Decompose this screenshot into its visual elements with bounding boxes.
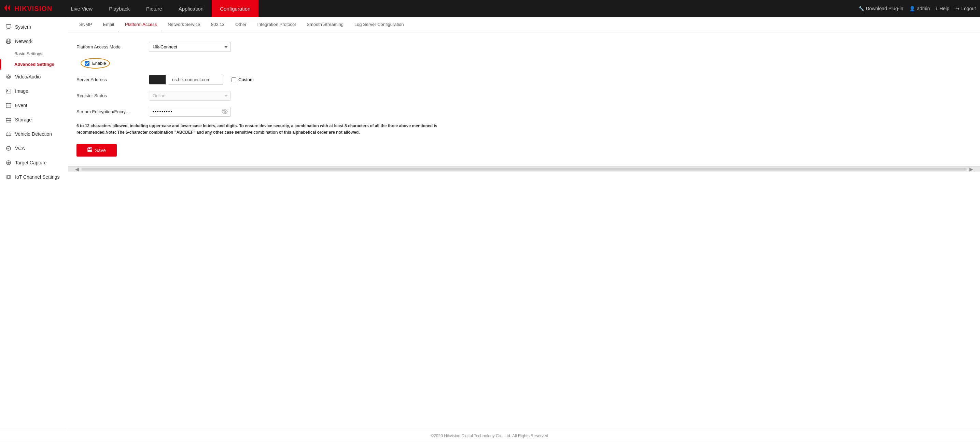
server-address-prefix — [149, 75, 166, 85]
nav-application[interactable]: Application — [170, 0, 212, 17]
svg-rect-10 — [6, 89, 11, 93]
sidebar-label-vehicle-detection: Vehicle Detection — [15, 131, 52, 137]
tab-email[interactable]: Email — [98, 17, 120, 32]
network-icon — [5, 38, 12, 44]
admin-button[interactable]: 👤 admin — [909, 6, 930, 11]
tab-platform-access[interactable]: Platform Access — [119, 17, 162, 32]
svg-point-19 — [10, 121, 10, 122]
sidebar-item-network[interactable]: Network — [0, 34, 68, 48]
target-capture-icon — [5, 160, 12, 166]
server-address-wrap: us.hik-connect.com — [149, 75, 223, 85]
stream-encryption-label: Stream Encryption/Encry… — [76, 109, 145, 114]
sidebar-item-advanced-settings[interactable]: Advanced Settings — [0, 59, 68, 70]
content-area: SNMP Email Platform Access Network Servi… — [68, 17, 980, 430]
svg-point-11 — [7, 90, 8, 91]
sidebar-label-system: System — [15, 24, 31, 30]
svg-rect-33 — [88, 150, 92, 151]
stream-encryption-wrap — [149, 107, 231, 117]
platform-access-form: Platform Access Mode Hik-Connect Other E… — [68, 32, 980, 166]
nav-configuration[interactable]: Configuration — [212, 0, 258, 17]
nav-right: 🔧 Download Plug-in 👤 admin ℹ Help ↪ Logo… — [858, 6, 976, 11]
copyright-text: ©2020 Hikvision Digital Technology Co., … — [431, 434, 549, 438]
tab-smooth-streaming[interactable]: Smooth Streaming — [301, 17, 349, 32]
sidebar-item-video-audio[interactable]: Video/Audio — [0, 70, 68, 84]
video-audio-icon — [5, 74, 12, 80]
download-plugin-button[interactable]: 🔧 Download Plug-in — [858, 6, 904, 11]
vehicle-detection-icon — [5, 131, 12, 137]
stream-encryption-input[interactable] — [149, 107, 219, 116]
custom-checkbox[interactable] — [232, 78, 236, 82]
info-icon: ℹ — [936, 6, 938, 11]
save-button[interactable]: Save — [76, 144, 117, 157]
stream-encryption-row: Stream Encryption/Encry… — [76, 107, 972, 117]
password-toggle-icon[interactable] — [219, 109, 231, 115]
nav-playback[interactable]: Playback — [101, 0, 138, 17]
svg-rect-2 — [6, 25, 11, 28]
custom-label[interactable]: Custom — [238, 77, 254, 82]
tab-802-1x[interactable]: 802.1x — [205, 17, 230, 32]
tab-network-service[interactable]: Network Service — [162, 17, 205, 32]
scroll-track[interactable] — [82, 168, 967, 171]
scroll-left-arrow[interactable]: ◀ — [74, 166, 80, 172]
enable-label[interactable]: Enable — [92, 61, 106, 66]
scroll-bar[interactable]: ◀ ▶ — [68, 166, 980, 171]
tabs: SNMP Email Platform Access Network Servi… — [68, 17, 980, 32]
svg-rect-12 — [6, 103, 11, 108]
svg-point-8 — [8, 76, 10, 78]
iot-channel-icon — [5, 174, 12, 180]
logo-icon — [4, 5, 12, 13]
svg-marker-1 — [8, 5, 10, 11]
sidebar-label-storage: Storage — [15, 117, 32, 122]
sidebar-item-storage[interactable]: Storage — [0, 112, 68, 127]
svg-marker-0 — [4, 5, 7, 11]
logo: HIKVISION — [4, 5, 52, 13]
sidebar-item-event[interactable]: Event — [0, 98, 68, 112]
puzzle-icon: 🔧 — [858, 6, 864, 11]
enable-circle: Enable — [81, 58, 110, 68]
enable-checkbox[interactable] — [85, 61, 89, 66]
sidebar-label-event: Event — [15, 103, 27, 108]
vca-icon — [5, 145, 12, 151]
register-status-select[interactable]: Online — [149, 91, 231, 101]
server-address-row: Server Address us.hik-connect.com Custom — [76, 75, 972, 85]
image-icon — [5, 88, 12, 94]
nav-live-view[interactable]: Live View — [62, 0, 101, 17]
server-address-label: Server Address — [76, 77, 145, 82]
help-button[interactable]: ℹ Help — [936, 6, 949, 11]
enable-row: Enable — [81, 58, 972, 68]
custom-wrap: Custom — [232, 77, 254, 82]
nav-links: Live View Playback Picture Application C… — [62, 0, 858, 17]
logout-button[interactable]: ↪ Logout — [955, 6, 976, 11]
sidebar-label-vca: VCA — [15, 146, 25, 151]
svg-point-18 — [10, 119, 10, 120]
nav-picture[interactable]: Picture — [138, 0, 170, 17]
sidebar-item-basic-settings[interactable]: Basic Settings — [0, 48, 68, 59]
platform-access-mode-label: Platform Access Mode — [76, 44, 145, 49]
scroll-right-arrow[interactable]: ▶ — [968, 166, 975, 172]
server-address-value: us.hik-connect.com — [169, 75, 223, 85]
system-icon — [5, 24, 12, 30]
logout-icon: ↪ — [955, 6, 959, 11]
sidebar-item-target-capture[interactable]: Target Capture — [0, 155, 68, 170]
footer: ©2020 Hikvision Digital Technology Co., … — [0, 430, 980, 442]
top-nav: HIKVISION Live View Playback Picture App… — [0, 0, 980, 17]
tab-integration-protocol[interactable]: Integration Protocol — [252, 17, 301, 32]
sidebar-item-vca[interactable]: VCA — [0, 141, 68, 155]
sidebar-item-system[interactable]: System — [0, 20, 68, 34]
sidebar-item-image[interactable]: Image — [0, 84, 68, 98]
tab-other[interactable]: Other — [230, 17, 252, 32]
sidebar-label-network: Network — [15, 38, 32, 44]
person-icon: 👤 — [909, 6, 915, 11]
register-status-label: Register Status — [76, 93, 145, 98]
main-layout: System Network Basic Settings Advanced S… — [0, 17, 980, 430]
platform-access-mode-select[interactable]: Hik-Connect Other — [149, 42, 231, 52]
sidebar-item-iot-channel[interactable]: IoT Channel Settings — [0, 170, 68, 184]
sidebar-label-iot-channel: IoT Channel Settings — [15, 174, 60, 180]
sidebar-label-target-capture: Target Capture — [15, 160, 47, 165]
tab-log-server[interactable]: Log Server Configuration — [349, 17, 409, 32]
sidebar: System Network Basic Settings Advanced S… — [0, 17, 68, 430]
sidebar-item-vehicle-detection[interactable]: Vehicle Detection — [0, 127, 68, 141]
tab-snmp[interactable]: SNMP — [74, 17, 98, 32]
sidebar-label-image: Image — [15, 88, 28, 94]
save-icon — [88, 147, 92, 153]
